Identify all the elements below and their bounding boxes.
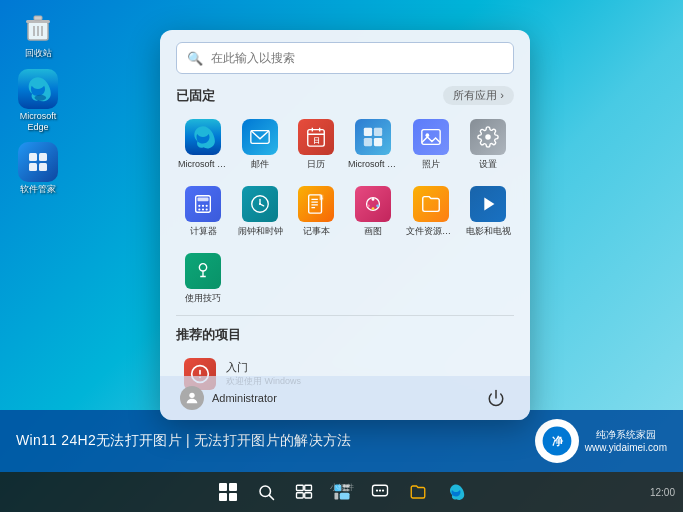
svg-point-27	[202, 205, 204, 207]
pinned-store-label: Microsoft Store	[348, 159, 398, 170]
svg-point-42	[372, 198, 375, 201]
taskbar-time: 12:00	[650, 487, 675, 498]
pinned-notepad-label: 记事本	[303, 226, 330, 237]
user-avatar	[180, 386, 204, 410]
pinned-mail[interactable]: 邮件	[234, 113, 286, 176]
svg-rect-57	[219, 483, 227, 491]
pinned-edge[interactable]: Microsoft Edge	[176, 113, 230, 176]
widget-label-area: 小组件	[330, 476, 354, 494]
user-info[interactable]: Administrator	[180, 386, 277, 410]
pinned-calendar[interactable]: 日 日历	[290, 113, 342, 176]
pinned-header: 已固定 所有应用 ›	[176, 86, 514, 105]
pinned-explorer[interactable]: 文件资源管理器	[404, 180, 458, 243]
pinned-explorer-label: 文件资源管理器	[406, 226, 456, 237]
svg-rect-17	[364, 128, 372, 136]
desktop-icon-recycle-bin[interactable]: 回收站	[8, 10, 68, 59]
svg-text:净: 净	[551, 435, 563, 447]
brand-logo: 净 纯净系统家园 www.yidaimei.com	[535, 419, 667, 463]
pinned-mail-label: 邮件	[251, 159, 269, 170]
pinned-paint[interactable]: 画图	[346, 180, 400, 243]
all-apps-button[interactable]: 所有应用 ›	[443, 86, 514, 105]
desktop-icon-area: 回收站 MicrosoftEdge 软件管家	[8, 10, 68, 195]
pinned-paint-label: 画图	[364, 226, 382, 237]
svg-rect-66	[304, 493, 311, 498]
desktop-icon-softmgr-label: 软件管家	[20, 184, 56, 195]
taskbar-search[interactable]	[252, 478, 280, 506]
section-divider	[176, 315, 514, 316]
pinned-grid: Microsoft Edge 邮件	[176, 113, 514, 243]
svg-rect-64	[304, 485, 311, 490]
chat-button[interactable]	[366, 478, 394, 506]
pinned-grid-row2: 使用技巧	[176, 247, 514, 310]
desktop-icon-softmgr[interactable]: 软件管家	[8, 142, 68, 195]
desktop-icon-recycle-label: 回收站	[25, 48, 52, 59]
pinned-tips[interactable]: 使用技巧	[176, 247, 229, 310]
svg-rect-59	[219, 493, 227, 501]
banner-text: Win11 24H2无法打开图片 | 无法打开图片的解决方法	[16, 432, 351, 450]
svg-rect-36	[309, 195, 322, 213]
pinned-calendar-label: 日历	[307, 159, 325, 170]
svg-rect-21	[422, 130, 440, 145]
pinned-movies-label: 电影和电视	[466, 226, 511, 237]
svg-marker-46	[484, 197, 494, 210]
svg-point-35	[259, 203, 261, 205]
svg-point-45	[372, 207, 375, 210]
start-menu-bottom: Administrator	[160, 376, 530, 420]
taskbar-edge[interactable]	[442, 478, 470, 506]
taskbar-explorer[interactable]	[404, 478, 432, 506]
svg-point-29	[198, 208, 200, 210]
task-view-button[interactable]	[290, 478, 318, 506]
svg-rect-19	[364, 138, 372, 146]
svg-rect-63	[296, 485, 303, 490]
svg-rect-8	[39, 153, 47, 161]
pinned-store[interactable]: Microsoft Store	[346, 113, 400, 176]
svg-point-47	[199, 263, 206, 270]
pinned-edge-label: Microsoft Edge	[178, 159, 228, 170]
recommended-header: 推荐的项目	[176, 326, 514, 344]
svg-rect-25	[198, 197, 209, 201]
rec-title: 入门	[226, 360, 301, 375]
svg-rect-18	[374, 128, 382, 136]
pinned-calc-label: 计算器	[190, 226, 217, 237]
pinned-clock-label: 闹钟和时钟	[238, 226, 283, 237]
svg-rect-10	[39, 163, 47, 171]
svg-point-28	[206, 205, 208, 207]
power-button[interactable]	[482, 384, 510, 412]
pinned-notepad[interactable]: 记事本	[290, 180, 342, 243]
pinned-clock[interactable]: 闹钟和时钟	[234, 180, 286, 243]
svg-rect-7	[29, 153, 37, 161]
svg-rect-60	[229, 493, 237, 501]
svg-point-6	[35, 95, 47, 101]
svg-point-73	[375, 489, 377, 491]
svg-point-31	[206, 208, 208, 210]
search-bar[interactable]: 🔍	[176, 42, 514, 74]
start-menu-search-area: 🔍	[160, 30, 530, 82]
desktop-icon-edge[interactable]: MicrosoftEdge	[8, 69, 68, 133]
start-button[interactable]	[214, 478, 242, 506]
pinned-settings[interactable]: 设置	[462, 113, 514, 176]
svg-line-62	[269, 495, 273, 499]
svg-point-23	[485, 134, 491, 140]
svg-point-30	[202, 208, 204, 210]
desktop-icon-edge-label: MicrosoftEdge	[20, 111, 57, 133]
pinned-photos-label: 照片	[422, 159, 440, 170]
svg-rect-2	[34, 16, 42, 20]
brand-text: 纯净系统家园 www.yidaimei.com	[585, 428, 667, 454]
search-input[interactable]	[211, 51, 503, 65]
svg-text:日: 日	[313, 136, 320, 145]
pinned-photos[interactable]: 照片	[404, 113, 458, 176]
svg-rect-65	[296, 493, 303, 498]
svg-point-53	[189, 393, 194, 398]
pinned-settings-label: 设置	[479, 159, 497, 170]
pinned-title: 已固定	[176, 87, 215, 105]
pinned-tips-label: 使用技巧	[185, 293, 221, 304]
start-menu: 🔍 已固定 所有应用 ›	[160, 30, 530, 420]
pinned-movies[interactable]: 电影和电视	[462, 180, 514, 243]
widget-label: 小组件	[330, 483, 354, 492]
pinned-calc[interactable]: 计算器	[176, 180, 230, 243]
svg-rect-9	[29, 163, 37, 171]
desktop: 回收站 MicrosoftEdge 软件管家	[0, 0, 683, 512]
recommended-title: 推荐的项目	[176, 326, 241, 344]
user-name: Administrator	[212, 392, 277, 404]
svg-rect-20	[374, 138, 382, 146]
